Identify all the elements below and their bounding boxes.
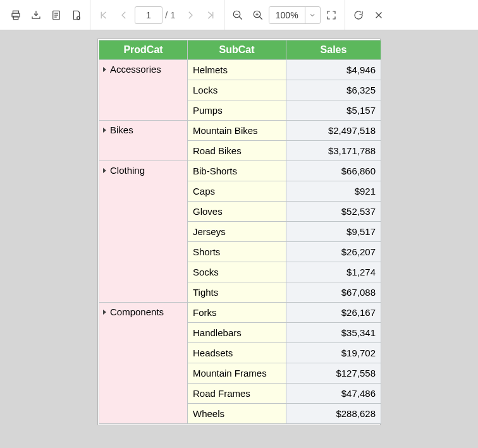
subcat-cell: Bib-Shorts [188,161,286,181]
sales-cell: $921 [286,181,381,202]
report-viewport: ProdCat SubCat Sales AccessoriesHelmets$… [0,30,478,448]
prodcat-label: Components [110,306,164,317]
first-page-button[interactable] [94,6,113,25]
subcat-cell: Headsets [188,343,286,363]
prodcat-label: Clothing [110,165,145,176]
sales-cell: $47,486 [286,384,381,404]
export-button[interactable] [27,6,46,25]
page-number-input[interactable] [135,6,162,24]
expand-caret-icon[interactable] [103,67,106,72]
subcat-cell: Pumps [188,100,286,121]
header-subcat: SubCat [188,40,286,60]
sales-cell: $66,860 [286,161,381,181]
prodcat-label: Bikes [110,124,133,135]
sales-cell: $2,497,518 [286,121,381,141]
toolbar: / 1 [0,0,478,30]
svg-line-11 [239,16,242,20]
subcat-cell: Caps [188,181,286,202]
report-table: ProdCat SubCat Sales AccessoriesHelmets$… [99,40,381,424]
sales-cell: $52,537 [286,202,381,222]
table-row: ClothingBib-Shorts$66,860 [99,161,381,181]
sales-cell: $9,517 [286,222,381,242]
subcat-cell: Road Bikes [188,141,286,161]
subcat-cell: Jerseys [188,222,286,242]
table-row: ComponentsForks$26,167 [99,303,381,323]
expand-caret-icon[interactable] [103,310,106,315]
zoom-value-input[interactable] [269,7,305,23]
subcat-cell: Socks [188,262,286,282]
zoom-select[interactable] [269,6,321,24]
subcat-cell: Locks [188,80,286,100]
sales-cell: $3,171,788 [286,141,381,161]
subcat-cell: Helmets [188,60,286,80]
prodcat-cell[interactable]: Components [99,303,188,424]
zoom-dropdown-button[interactable] [305,7,320,23]
sales-cell: $19,702 [286,343,381,363]
sales-cell: $4,946 [286,60,381,80]
header-sales: Sales [286,40,381,60]
report-page: ProdCat SubCat Sales AccessoriesHelmets$… [97,39,381,425]
subcat-cell: Tights [188,282,286,303]
expand-caret-icon[interactable] [103,168,106,173]
header-prodcat: ProdCat [99,40,188,60]
print-button[interactable] [6,6,25,25]
sales-cell: $35,341 [286,323,381,343]
subcat-cell: Road Frames [188,384,286,404]
expand-caret-icon[interactable] [103,128,106,133]
sales-cell: $127,558 [286,363,381,384]
prodcat-cell[interactable]: Accessories [99,60,188,121]
sales-cell: $6,325 [286,80,381,100]
sales-cell: $26,207 [286,242,381,262]
zoom-out-button[interactable] [228,6,247,25]
subcat-cell: Mountain Bikes [188,121,286,141]
parameters-button[interactable] [47,6,66,25]
sales-cell: $288,628 [286,404,381,424]
svg-line-14 [259,16,262,20]
subcat-cell: Handlebars [188,323,286,343]
sales-cell: $26,167 [286,303,381,323]
prodcat-cell[interactable]: Bikes [99,121,188,161]
subcat-cell: Shorts [188,242,286,262]
sales-cell: $5,157 [286,100,381,121]
zoom-in-button[interactable] [248,6,267,25]
prodcat-label: Accessories [110,64,161,75]
refresh-button[interactable] [349,6,368,25]
last-page-button[interactable] [201,6,220,25]
svg-rect-2 [13,16,18,19]
fullscreen-button[interactable] [322,6,341,25]
subcat-cell: Mountain Frames [188,363,286,384]
close-button[interactable] [369,6,388,25]
next-page-button[interactable] [181,6,200,25]
sales-cell: $67,088 [286,282,381,303]
prev-page-button[interactable] [114,6,133,25]
subcat-cell: Forks [188,303,286,323]
subcat-cell: Wheels [188,404,286,424]
table-row: AccessoriesHelmets$4,946 [99,60,381,80]
page-setup-button[interactable] [67,6,86,25]
subcat-cell: Gloves [188,202,286,222]
prodcat-cell[interactable]: Clothing [99,161,188,303]
sales-cell: $1,274 [286,262,381,282]
page-total-label: / 1 [164,9,180,20]
table-row: BikesMountain Bikes$2,497,518 [99,121,381,141]
